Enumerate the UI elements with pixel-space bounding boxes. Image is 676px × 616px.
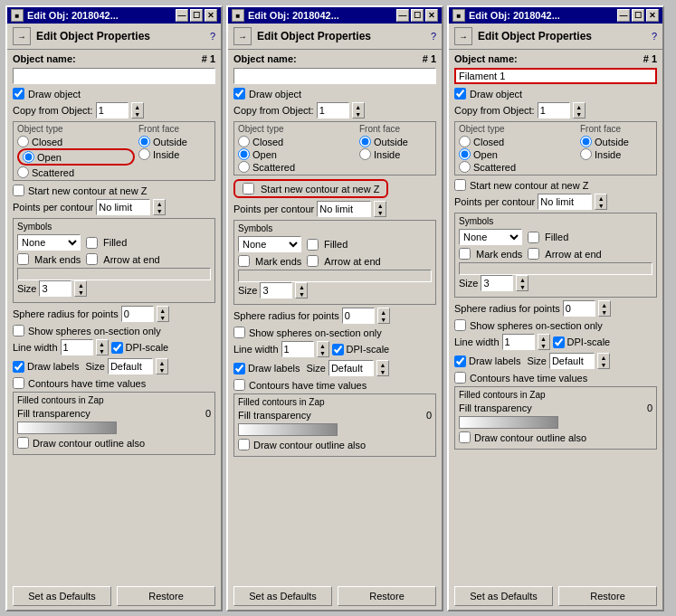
ppc-spin-down[interactable]: ▼ xyxy=(595,202,606,209)
help-button[interactable]: ? xyxy=(431,31,436,42)
inside-radio[interactable] xyxy=(138,148,150,160)
line-width-input[interactable] xyxy=(281,341,314,357)
ppc-spinner[interactable]: ▲ ▼ xyxy=(374,201,386,217)
show-spheres-checkbox[interactable] xyxy=(233,327,245,338)
copy-from-spinner[interactable]: ▲ ▼ xyxy=(131,102,144,118)
size-spin-up[interactable]: ▲ xyxy=(517,276,528,283)
filled-checkbox[interactable] xyxy=(86,237,98,249)
labels-size-input[interactable] xyxy=(108,358,153,374)
open-radio[interactable] xyxy=(23,151,34,163)
size-spin-down[interactable]: ▼ xyxy=(75,289,86,296)
lw-spin-down[interactable]: ▼ xyxy=(538,342,549,349)
draw-object-checkbox[interactable] xyxy=(454,88,466,100)
line-width-spinner[interactable]: ▲ ▼ xyxy=(538,334,550,350)
sphere-spin-down[interactable]: ▼ xyxy=(599,308,610,316)
draw-labels-checkbox[interactable] xyxy=(454,355,466,367)
ppc-spin-up[interactable]: ▲ xyxy=(154,200,165,207)
show-spheres-checkbox[interactable] xyxy=(13,325,24,336)
transparency-slider[interactable] xyxy=(459,416,558,429)
object-name-input[interactable] xyxy=(454,68,657,84)
mark-ends-checkbox[interactable] xyxy=(17,253,29,265)
symbols-select[interactable]: None xyxy=(17,234,81,251)
line-width-spinner[interactable]: ▲ ▼ xyxy=(96,339,109,355)
inside-radio[interactable] xyxy=(359,148,371,160)
sphere-spin-down[interactable]: ▼ xyxy=(378,316,389,323)
help-button[interactable]: ? xyxy=(210,31,215,42)
copy-from-spinner[interactable]: ▲ ▼ xyxy=(573,102,586,118)
spin-up[interactable]: ▲ xyxy=(132,103,143,110)
sphere-spin-up[interactable]: ▲ xyxy=(378,308,389,316)
line-width-spinner[interactable]: ▲ ▼ xyxy=(317,341,329,357)
outside-radio[interactable] xyxy=(580,136,592,147)
symbols-select[interactable]: None xyxy=(459,229,522,245)
closed-radio[interactable] xyxy=(17,136,29,147)
sphere-spin-up[interactable]: ▲ xyxy=(157,307,168,314)
arrow-checkbox[interactable] xyxy=(86,253,98,265)
dpi-scale-checkbox[interactable] xyxy=(553,336,565,348)
labels-size-input[interactable] xyxy=(549,353,595,369)
lw-spin-up[interactable]: ▲ xyxy=(538,335,549,342)
draw-labels-checkbox[interactable] xyxy=(233,363,245,374)
closed-radio[interactable] xyxy=(238,136,250,147)
copy-from-spinner[interactable]: ▲ ▼ xyxy=(352,102,365,118)
set-defaults-button[interactable]: Set as Defaults xyxy=(13,586,111,606)
help-button[interactable]: ? xyxy=(652,31,657,42)
sphere-spinner[interactable]: ▲ ▼ xyxy=(377,308,390,324)
draw-contour-checkbox[interactable] xyxy=(459,431,471,443)
sphere-radius-input[interactable] xyxy=(563,300,595,317)
points-per-contour-input[interactable] xyxy=(96,199,150,215)
minimize-button[interactable]: — xyxy=(396,9,409,22)
size-spin-up[interactable]: ▲ xyxy=(296,283,307,290)
size-spin-up[interactable]: ▲ xyxy=(75,281,86,289)
scattered-radio[interactable] xyxy=(459,161,471,173)
draw-labels-checkbox[interactable] xyxy=(13,361,24,373)
contour-time-checkbox[interactable] xyxy=(454,372,466,384)
ls-spin-down[interactable]: ▼ xyxy=(377,368,388,375)
size-spinner[interactable]: ▲ ▼ xyxy=(74,280,87,297)
spin-down[interactable]: ▼ xyxy=(574,110,585,118)
ppc-spin-up[interactable]: ▲ xyxy=(595,194,606,202)
ppc-spinner[interactable]: ▲ ▼ xyxy=(595,194,607,210)
outside-radio[interactable] xyxy=(359,136,371,147)
open-radio[interactable] xyxy=(459,148,471,160)
ls-spin-down[interactable]: ▼ xyxy=(157,366,167,374)
ls-spin-up[interactable]: ▲ xyxy=(377,361,388,368)
size-spinner[interactable]: ▲ ▼ xyxy=(295,282,308,299)
points-per-contour-input[interactable] xyxy=(538,194,592,210)
ppc-spinner[interactable]: ▲ ▼ xyxy=(153,199,166,215)
labels-size-input[interactable] xyxy=(328,360,374,376)
copy-from-input[interactable] xyxy=(538,102,570,118)
dpi-scale-checkbox[interactable] xyxy=(111,342,123,354)
outside-radio[interactable] xyxy=(138,136,150,147)
line-width-input[interactable] xyxy=(502,334,535,350)
start-contour-checkbox[interactable] xyxy=(243,183,254,194)
start-contour-checkbox[interactable] xyxy=(13,185,24,196)
maximize-button[interactable]: ☐ xyxy=(632,9,644,22)
scattered-radio[interactable] xyxy=(17,166,29,178)
start-contour-checkbox[interactable] xyxy=(454,179,466,191)
draw-contour-checkbox[interactable] xyxy=(17,437,29,449)
maximize-button[interactable]: ☐ xyxy=(411,9,424,22)
scattered-radio[interactable] xyxy=(238,161,250,173)
mark-ends-checkbox[interactable] xyxy=(459,248,471,260)
lw-spin-down[interactable]: ▼ xyxy=(318,349,328,356)
line-width-input[interactable] xyxy=(61,339,93,355)
copy-from-input[interactable] xyxy=(317,102,349,118)
maximize-button[interactable]: ☐ xyxy=(190,9,203,22)
spin-up[interactable]: ▲ xyxy=(353,103,364,110)
spin-down[interactable]: ▼ xyxy=(132,110,143,118)
filled-checkbox[interactable] xyxy=(528,232,539,243)
set-defaults-button[interactable]: Set as Defaults xyxy=(454,586,553,606)
labels-size-spinner[interactable]: ▲ ▼ xyxy=(376,360,389,376)
filled-checkbox[interactable] xyxy=(307,239,319,251)
draw-object-checkbox[interactable] xyxy=(13,88,24,100)
closed-radio[interactable] xyxy=(459,136,471,147)
contour-time-checkbox[interactable] xyxy=(13,377,24,389)
ppc-spin-down[interactable]: ▼ xyxy=(375,209,386,216)
size-input[interactable] xyxy=(481,275,513,291)
arrow-checkbox[interactable] xyxy=(528,248,539,260)
size-spin-down[interactable]: ▼ xyxy=(296,290,307,298)
size-input[interactable] xyxy=(39,280,71,297)
ppc-spin-up[interactable]: ▲ xyxy=(375,202,386,209)
sphere-radius-input[interactable] xyxy=(342,308,375,324)
